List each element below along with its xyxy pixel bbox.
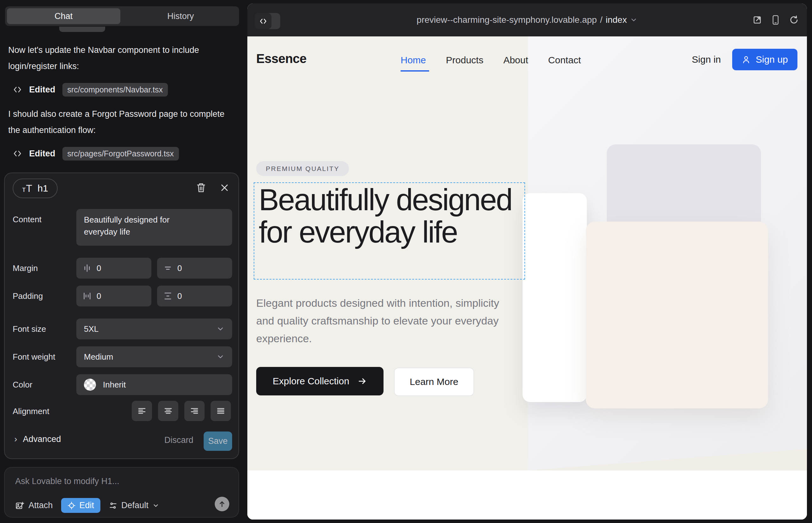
chat-history-tabbar: Chat History	[5, 6, 239, 26]
assistant-message: Now let's update the Navbar component to…	[8, 42, 205, 75]
save-button[interactable]: Save	[204, 432, 232, 451]
selected-element-pill[interactable]: тT h1	[13, 179, 58, 198]
h1-selection-outline[interactable]: Beautifully designed for everyday life	[254, 182, 525, 279]
attach-image-icon	[15, 501, 24, 510]
color-select[interactable]: Inherit	[76, 374, 232, 395]
color-swatch	[84, 379, 96, 391]
chevron-down-icon	[216, 353, 225, 361]
site-preview: Essence Home Products About Contact Sign…	[247, 36, 807, 520]
mode-label: Default	[121, 501, 148, 510]
element-editor-panel: тT h1 Content Beautifully designed for e…	[4, 173, 239, 459]
color-label: Color	[13, 380, 32, 390]
preview-window: preview--charming-site-symphony.lovable.…	[247, 3, 807, 520]
chevron-right-icon: ›	[14, 434, 17, 444]
nav-link-home[interactable]: Home	[401, 55, 426, 66]
mobile-view-icon[interactable]	[772, 15, 780, 25]
font-weight-select[interactable]: Medium	[76, 346, 232, 367]
margin-y-input[interactable]: 0	[157, 258, 232, 278]
close-editor-button[interactable]	[217, 181, 231, 195]
decorative-card-cream	[586, 222, 768, 409]
edited-file-row[interactable]: Edited src/components/Navbar.tsx	[13, 82, 168, 97]
font-size-select[interactable]: 5XL	[76, 319, 232, 339]
padding-vertical-icon	[163, 292, 172, 301]
code-icon	[13, 85, 22, 94]
align-center-button[interactable]	[158, 401, 178, 421]
tab-history[interactable]: History	[124, 8, 237, 24]
delete-element-button[interactable]	[194, 181, 208, 195]
font-weight-value: Medium	[84, 352, 113, 362]
next-section-background	[247, 470, 807, 520]
align-right-button[interactable]	[184, 401, 205, 421]
learn-more-button[interactable]: Learn More	[394, 367, 474, 396]
open-external-icon[interactable]	[753, 15, 762, 25]
edit-label: Edit	[80, 501, 94, 510]
nav-link-about[interactable]: About	[503, 55, 528, 66]
url-bar[interactable]: preview--charming-site-symphony.lovable.…	[247, 3, 807, 36]
discard-button[interactable]: Discard	[164, 435, 194, 445]
hero-heading[interactable]: Beautifully designed for everyday life	[259, 184, 522, 248]
margin-vertical-icon	[163, 264, 172, 273]
chevron-down-icon	[152, 502, 159, 509]
assistant-message: I should also create a Forgot Password p…	[8, 106, 230, 139]
padding-y-input[interactable]: 0	[157, 286, 232, 306]
sign-up-label: Sign up	[756, 54, 788, 65]
mode-dropdown[interactable]: Default	[109, 501, 159, 510]
tab-chat[interactable]: Chat	[7, 8, 120, 24]
margin-x-value: 0	[96, 264, 101, 273]
attach-button[interactable]: Attach	[15, 501, 53, 510]
content-input[interactable]: Beautifully designed for everyday life	[76, 209, 232, 246]
edited-file-chip[interactable]: src/pages/ForgotPassword.tsx	[63, 147, 179, 161]
url-page: index	[605, 15, 627, 25]
padding-x-value: 0	[96, 291, 101, 301]
align-justify-button[interactable]	[211, 401, 231, 421]
margin-y-value: 0	[177, 264, 182, 273]
sign-in-link[interactable]: Sign in	[692, 54, 721, 65]
edited-file-chip[interactable]: src/components/Navbar.tsx	[63, 83, 168, 96]
refresh-icon[interactable]	[789, 15, 799, 25]
alignment-label: Alignment	[13, 407, 49, 416]
sign-up-button[interactable]: Sign up	[732, 49, 797, 70]
nav-link-contact[interactable]: Contact	[548, 55, 581, 66]
chat-composer[interactable]: Ask Lovable to modify H1... Attach Edit …	[4, 467, 239, 518]
active-nav-underline	[401, 70, 429, 72]
edited-label: Edited	[29, 85, 55, 95]
color-value: Inherit	[103, 380, 126, 390]
explore-collection-label: Explore Collection	[273, 376, 349, 386]
sliders-icon	[109, 501, 118, 510]
attach-label: Attach	[29, 501, 53, 510]
chevron-down-icon[interactable]	[630, 16, 637, 24]
decorative-card-white	[523, 193, 587, 402]
lovable-chat-panel: Chat History Now let's update the Navbar…	[0, 0, 247, 523]
edited-file-row[interactable]: Edited src/pages/ForgotPassword.tsx	[13, 146, 179, 161]
align-left-button[interactable]	[132, 401, 152, 421]
edited-label: Edited	[29, 149, 55, 159]
padding-label: Padding	[13, 291, 43, 301]
site-nav: Home Products About Contact	[401, 55, 581, 66]
arrow-right-icon	[357, 376, 367, 386]
send-button[interactable]	[215, 497, 229, 511]
premium-quality-badge: PREMIUM QUALITY	[256, 161, 349, 176]
crosshair-icon	[68, 502, 76, 510]
chevron-down-icon	[216, 325, 225, 333]
composer-input[interactable]: Ask Lovable to modify H1...	[15, 476, 119, 486]
margin-x-input[interactable]: 0	[76, 258, 152, 278]
scrolled-chip-remnant	[59, 26, 105, 32]
padding-x-input[interactable]: 0	[76, 286, 152, 306]
code-icon	[13, 149, 22, 158]
preview-toolbar: preview--charming-site-symphony.lovable.…	[247, 3, 807, 36]
content-label: Content	[13, 215, 41, 224]
selected-tag-label: h1	[38, 183, 48, 194]
nav-link-products[interactable]: Products	[446, 55, 483, 66]
advanced-label: Advanced	[23, 434, 61, 444]
edit-mode-button[interactable]: Edit	[61, 498, 101, 513]
font-size-label: Font size	[13, 324, 46, 334]
font-size-value: 5XL	[84, 324, 99, 334]
explore-collection-button[interactable]: Explore Collection	[256, 367, 384, 395]
advanced-toggle[interactable]: › Advanced	[14, 434, 61, 444]
hero-paragraph: Elegant products designed with intention…	[256, 294, 516, 347]
margin-label: Margin	[13, 264, 38, 273]
margin-horizontal-icon	[83, 264, 91, 273]
padding-y-value: 0	[177, 291, 182, 301]
typography-icon: тT	[22, 183, 33, 194]
site-logo[interactable]: Essence	[256, 52, 306, 66]
